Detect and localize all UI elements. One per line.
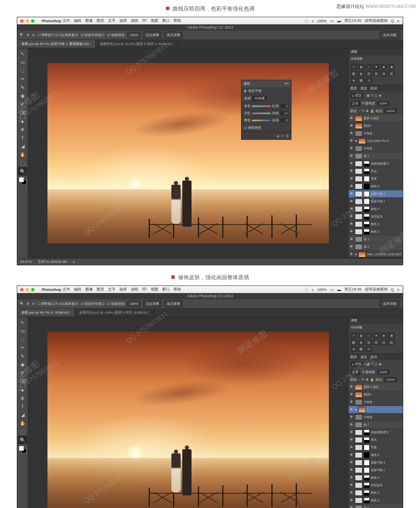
layer-row[interactable]: 👁图层 4 拷贝	[349, 115, 403, 122]
layers-tab[interactable]: 图层	[350, 355, 357, 359]
tool-9[interactable]: ⊕	[18, 394, 27, 402]
fg-bg-colors[interactable]	[19, 446, 26, 453]
menu-视图[interactable]: 视图	[151, 18, 158, 24]
clip-icon[interactable]: ▫	[274, 134, 275, 138]
layer-row[interactable]: 👁曲线 2	[349, 497, 403, 504]
tool-13[interactable]: ⬚	[18, 427, 27, 436]
zoom-level[interactable]: 66.57%	[21, 260, 32, 264]
zoom-out-icon[interactable]: ⊖	[32, 33, 35, 37]
menu-编辑[interactable]: 编辑	[74, 18, 81, 24]
clock[interactable]: 周五18:39	[344, 287, 362, 292]
layer-row[interactable]: 👁组 7	[349, 152, 403, 160]
layer-row[interactable]: 👁中性灰	[349, 130, 403, 137]
layer-row[interactable]: 👁色彩平衡 1	[349, 198, 403, 205]
layer-row[interactable]: 👁曲线 2	[349, 228, 403, 236]
menu-文字[interactable]: 文字	[108, 287, 116, 292]
adjustments-tab[interactable]: 调整	[349, 48, 403, 55]
adjustment-icons[interactable]: ☀◐▱▼■ ◉▦◐▥▨ ▤▧◈▩◎	[349, 331, 403, 354]
layer-row[interactable]: 👁高光	[349, 436, 403, 444]
menu-选择[interactable]: 选择	[119, 18, 127, 24]
user[interactable]: @阿诺修图师	[365, 18, 388, 24]
menu-3D[interactable]: 3D	[142, 287, 147, 292]
zoom-100-button[interactable]: 100%	[127, 301, 141, 307]
tool-7[interactable]: ⌫	[18, 108, 27, 117]
menu-帮助[interactable]: 帮助	[173, 18, 181, 24]
tool-8[interactable]: ▲	[18, 385, 27, 394]
tool-12[interactable]: ✋	[18, 150, 27, 159]
flag-icon[interactable]: ▬	[337, 19, 341, 23]
trash-icon[interactable]: 🗑	[286, 134, 289, 138]
layer-row[interactable]: 👁亮度	[349, 444, 403, 451]
tone-select[interactable]: 中间调	[252, 96, 267, 101]
tool-1[interactable]: ▭	[18, 58, 27, 66]
window-controls[interactable]	[17, 288, 37, 291]
doc-tab[interactable]: 修图.psd @ 66.7% (色彩平衡 2, 图层蒙版/16) *	[17, 40, 96, 48]
tool-7[interactable]: ⌫	[18, 377, 27, 385]
magenta-green-slider[interactable]	[252, 113, 271, 114]
tool-3[interactable]: ✂	[18, 343, 27, 352]
paths-tab[interactable]: 路径	[370, 355, 377, 359]
menu-滤镜[interactable]: 滤镜	[131, 287, 138, 292]
fit-screen-button[interactable]: 适合屏幕	[143, 31, 162, 39]
fg-bg-colors[interactable]	[19, 177, 26, 185]
doc-info[interactable]: 文档:51.4M/548.9M	[38, 259, 67, 264]
zoom-tool-icon[interactable]: 🔍	[20, 302, 24, 306]
layer-row[interactable]: 👁曲线 4	[349, 205, 403, 213]
clock[interactable]: 周五18:35	[344, 18, 362, 24]
cyan-red-slider[interactable]	[252, 105, 271, 107]
zoom-out-icon[interactable]: ⊖	[32, 302, 35, 306]
layer-row[interactable]: 👁组 7	[349, 421, 403, 429]
reset-icon[interactable]: ↺	[281, 134, 284, 138]
tool-0[interactable]: ↖	[18, 50, 27, 58]
menu-图像[interactable]: 图像	[85, 287, 93, 292]
tool-2[interactable]: ◌	[18, 335, 27, 343]
fill-screen-button[interactable]: 填充屏幕	[164, 31, 183, 39]
app-name[interactable]: Photoshop	[42, 288, 61, 292]
tool-4[interactable]: ✎	[18, 83, 27, 92]
layer-row[interactable]: 👁色相/饱和度 2	[349, 429, 403, 436]
layer-row[interactable]: 👁色相/饱和度 2	[349, 160, 403, 168]
menu-icon[interactable]: ≡	[397, 19, 399, 23]
workspace-button[interactable]: 基本功能	[379, 300, 400, 307]
menu-图层[interactable]: 图层	[97, 287, 104, 292]
menu-滤镜[interactable]: 滤镜	[131, 18, 138, 24]
layer-row[interactable]: 👁色彩平衡 1	[349, 466, 403, 474]
tool-0[interactable]: ↖	[18, 318, 27, 327]
window-controls[interactable]	[17, 19, 37, 23]
layer-row[interactable]: 👁图层 4 拷贝	[349, 383, 403, 391]
layers-tab[interactable]: 图层	[350, 86, 357, 91]
tool-12[interactable]: ✋	[18, 419, 27, 427]
tool-2[interactable]: ◌	[18, 66, 27, 75]
zoom-tool-icon[interactable]: 🔍	[20, 33, 24, 37]
layer-row[interactable]: 👁加深蓝天	[349, 482, 403, 489]
layer-row[interactable]: 👁图层4	[349, 122, 403, 130]
tool-14[interactable]: 🔍	[18, 167, 27, 175]
app-name[interactable]: Photoshop	[42, 19, 61, 23]
layer-row[interactable]: 👁⬘calm_13-03-03_0183 拷贝	[349, 251, 403, 257]
canvas[interactable]: 属性▸≡ ◐色彩平衡 色调 中间调 青色红色0 洋红绿色-11 黄色蓝色0 ☑ …	[28, 48, 348, 258]
layer-row[interactable]: 👁⬘1	[349, 406, 403, 414]
menu-窗口[interactable]: 窗口	[162, 287, 170, 292]
layer-row[interactable]: 👁曲线 3	[349, 220, 403, 228]
workspace-button[interactable]: 基本功能	[379, 31, 400, 39]
tool-5[interactable]: ◉	[18, 92, 27, 100]
layer-row[interactable]: 👁中性灰	[349, 145, 403, 152]
wifi-icon[interactable]: ⏚	[312, 19, 314, 23]
layer-row[interactable]: 👁高光	[349, 168, 403, 175]
bluetooth-icon[interactable]: ⚪	[304, 19, 308, 23]
doc-tab[interactable]: 效果对比.psd @ 100% (图层 8 拷贝, RGB/16) *	[75, 309, 154, 317]
tool-10[interactable]: T	[18, 134, 27, 142]
layer-row[interactable]: 👁色彩平衡 2	[349, 190, 403, 198]
tool-6[interactable]: ✐	[18, 369, 27, 377]
tool-3[interactable]: ✂	[18, 75, 27, 83]
zoom-in-icon[interactable]: ⊕	[26, 302, 29, 306]
channels-tab[interactable]: 通道	[360, 86, 367, 91]
menu-图层[interactable]: 图层	[97, 18, 104, 24]
layer-row[interactable]: 👁曲线 6	[349, 183, 403, 190]
tool-11[interactable]: ◢	[18, 411, 27, 419]
menu-文件[interactable]: 文件	[63, 18, 70, 24]
tool-9[interactable]: ⊕	[18, 125, 27, 134]
zoom-100-button[interactable]: 100%	[127, 32, 141, 38]
tool-10[interactable]: T	[18, 402, 27, 411]
tool-1[interactable]: ▭	[18, 327, 27, 335]
